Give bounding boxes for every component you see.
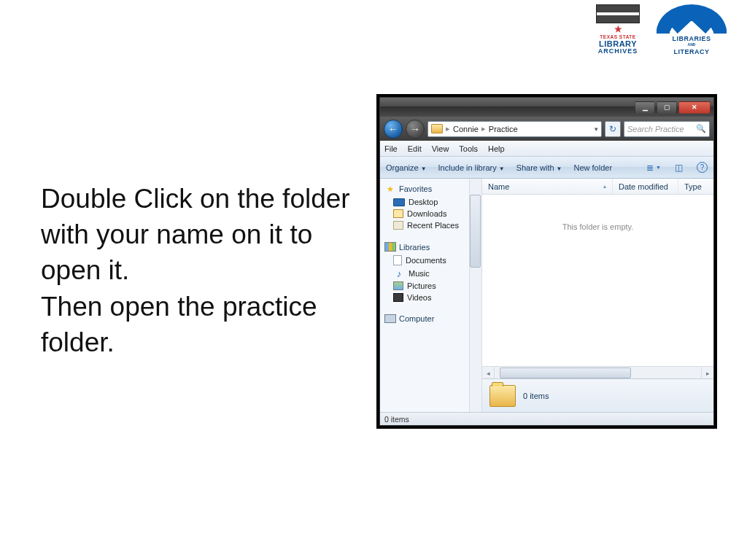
search-icon: 🔍: [696, 124, 706, 133]
sidebar-item-pictures[interactable]: Pictures: [383, 280, 480, 292]
star-icon: ★: [384, 184, 396, 194]
toolbar-organize[interactable]: Organize▼: [386, 163, 427, 172]
videos-icon: [393, 293, 403, 302]
close-button[interactable]: ✕: [678, 101, 711, 114]
libraries-icon: [384, 242, 396, 252]
instruction-line2: Then open the practice folder.: [41, 292, 317, 357]
document-icon: [393, 255, 402, 265]
toolbar-include[interactable]: Include in library▼: [438, 163, 505, 172]
status-text: 0 items: [384, 415, 409, 424]
logo1-line-bot: ARCHIVES: [598, 48, 638, 55]
address-bar[interactable]: ▸ Connie ▸ Practice ▾: [427, 121, 602, 137]
scroll-right-icon[interactable]: ▸: [701, 367, 713, 379]
minimize-button[interactable]: ▁: [635, 101, 655, 114]
header-logos: ★ TEXAS STATE LIBRARY ARCHIVES LIBRARIES…: [594, 4, 728, 55]
folder-icon: [431, 124, 443, 133]
scrollbar-thumb[interactable]: [500, 368, 631, 378]
sidebar-libraries[interactable]: Libraries: [383, 240, 480, 254]
nav-bar: ← → ▸ Connie ▸ Practice ▾ ↻ Search Pract…: [380, 117, 713, 141]
house-icon: [670, 10, 681, 19]
logo-tsla: ★ TEXAS STATE LIBRARY ARCHIVES: [594, 4, 642, 55]
scrollbar-thumb[interactable]: [470, 195, 481, 268]
recent-icon: [393, 221, 403, 230]
sidebar-item-recent[interactable]: Recent Places: [383, 219, 480, 231]
sidebar-item-downloads[interactable]: Downloads: [383, 208, 480, 219]
status-bar: 0 items: [380, 412, 713, 425]
explorer-window: ▁ ▢ ✕ ← → ▸ Connie ▸ Practice ▾ ↻: [376, 94, 717, 429]
logo2-line1: LIBRARIES: [672, 35, 711, 42]
people-icon: [699, 9, 715, 20]
breadcrumb-sep-icon: ▸: [446, 124, 450, 133]
search-input[interactable]: Search Practice 🔍: [624, 121, 710, 137]
column-headers: Name ▴ Date modified Type: [482, 179, 713, 195]
empty-folder-text: This folder is empty.: [482, 222, 713, 231]
chevron-down-icon: ▼: [421, 166, 427, 172]
logo2-and: AND: [688, 42, 696, 47]
view-options-button[interactable]: ≣▼: [647, 162, 660, 174]
arrow-right-icon: →: [410, 123, 420, 135]
toolbar-share[interactable]: Share with▼: [516, 163, 562, 172]
menu-edit[interactable]: Edit: [408, 144, 422, 153]
sidebar-scrollbar[interactable]: [469, 179, 481, 412]
window-titlebar[interactable]: ▁ ▢ ✕: [380, 98, 713, 117]
back-button[interactable]: ←: [384, 120, 403, 139]
logo-libraries-literacy: LIBRARIES AND LITERACY: [655, 4, 728, 55]
chevron-down-icon: ▼: [656, 165, 661, 170]
nav-pane: ★ Favorites Desktop Downloads Recent Pla…: [380, 179, 482, 412]
folder-icon: [393, 209, 403, 218]
menu-bar: File Edit View Tools Help: [380, 141, 713, 157]
building-icon: [596, 4, 640, 23]
details-count: 0 items: [523, 392, 549, 400]
forward-button[interactable]: →: [406, 120, 425, 139]
column-date[interactable]: Date modified: [613, 179, 678, 194]
file-list[interactable]: This folder is empty.: [482, 195, 713, 366]
refresh-icon: ↻: [609, 124, 616, 134]
sidebar-computer[interactable]: Computer: [383, 312, 480, 325]
search-placeholder: Search Practice: [627, 125, 684, 133]
computer-icon: [384, 314, 396, 323]
sidebar-item-desktop[interactable]: Desktop: [383, 196, 480, 208]
menu-view[interactable]: View: [432, 144, 449, 153]
help-button[interactable]: ?: [697, 162, 708, 173]
logo1-line-top: TEXAS STATE: [600, 34, 635, 39]
arrow-left-icon: ←: [388, 123, 398, 135]
command-bar: Organize▼ Include in library▼ Share with…: [380, 157, 713, 179]
sidebar-item-videos[interactable]: Videos: [383, 292, 480, 303]
column-name[interactable]: Name ▴: [482, 179, 613, 194]
music-icon: ♪: [393, 268, 405, 279]
menu-file[interactable]: File: [384, 144, 398, 153]
desktop-icon: [393, 198, 405, 206]
breadcrumb-seg1[interactable]: Connie: [453, 125, 479, 133]
star-icon: ★: [614, 25, 622, 34]
sidebar-item-documents[interactable]: Documents: [383, 254, 480, 267]
scroll-left-icon[interactable]: ◂: [482, 367, 495, 379]
sidebar-favorites[interactable]: ★ Favorites: [383, 182, 480, 196]
breadcrumb-sep-icon: ▸: [481, 124, 486, 133]
sort-indicator-icon: ▴: [603, 183, 606, 190]
address-dropdown-icon[interactable]: ▾: [595, 125, 598, 133]
sidebar-item-music[interactable]: ♪Music: [383, 267, 480, 280]
column-type[interactable]: Type: [678, 179, 713, 194]
instruction-text: Double Click on the folder with your nam…: [41, 181, 362, 360]
chevron-down-icon: ▼: [499, 166, 505, 172]
horizontal-scrollbar[interactable]: ◂ ▸: [482, 366, 713, 378]
menu-help[interactable]: Help: [488, 144, 505, 153]
details-pane: 0 items: [482, 378, 713, 412]
logo2-line2: LITERACY: [674, 48, 710, 55]
instruction-line1: Double Click on the folder with your nam…: [41, 184, 350, 285]
pictures-icon: [393, 281, 403, 290]
chevron-down-icon: ▼: [557, 166, 562, 172]
breadcrumb-seg2[interactable]: Practice: [489, 125, 518, 133]
refresh-button[interactable]: ↻: [605, 121, 621, 137]
menu-tools[interactable]: Tools: [459, 144, 478, 153]
arc-icon: [657, 4, 727, 34]
preview-pane-button[interactable]: ◫: [672, 162, 685, 174]
file-list-pane: Name ▴ Date modified Type This folder is…: [482, 179, 713, 412]
toolbar-newfolder[interactable]: New folder: [573, 163, 612, 172]
folder-icon: [489, 385, 516, 407]
maximize-button[interactable]: ▢: [657, 101, 677, 114]
